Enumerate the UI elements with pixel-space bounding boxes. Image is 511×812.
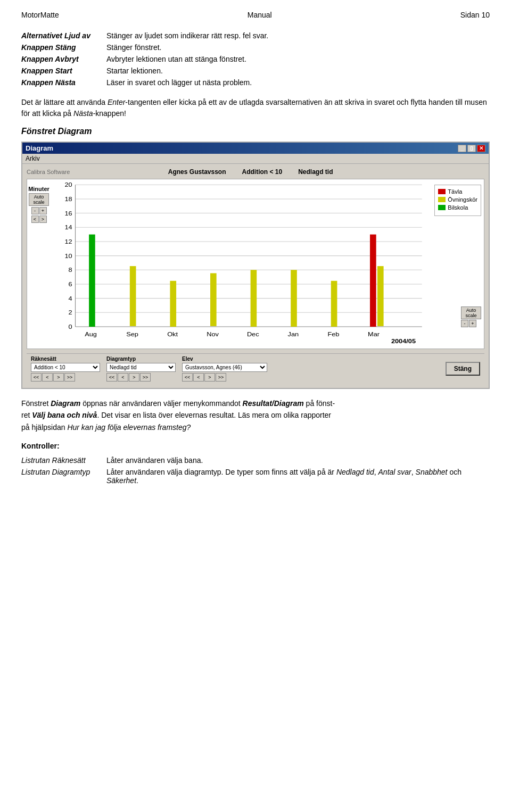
autoscale-button[interactable]: Autoscale <box>29 193 49 206</box>
y-right-button[interactable]: > <box>39 216 47 223</box>
bottom-minus-button[interactable]: - <box>461 320 468 327</box>
svg-text:12: 12 <box>64 238 72 245</box>
diagram-main: Calibra Software Agnes Gustavsson Additi… <box>22 164 489 388</box>
bottom-y-controls: Autoscale - + <box>461 306 481 327</box>
menu-arkiv[interactable]: Arkiv <box>26 155 40 162</box>
svg-rect-26 <box>210 273 217 326</box>
brand-label: Calibra Software <box>27 169 70 175</box>
window-controls[interactable]: _ ▯ ✕ <box>458 145 485 152</box>
window-titlebar: Diagram _ ▯ ✕ <box>22 143 489 154</box>
y-nav-buttons[interactable]: - + <box>31 207 47 214</box>
diagram-info-center: Agnes Gustavsson Addition < 10 Nedlagd t… <box>168 168 333 176</box>
elev-nav[interactable]: << < > >> <box>182 373 267 382</box>
intro-label: Knappen Start <box>21 65 106 77</box>
close-button[interactable]: ✕ <box>477 145 485 152</box>
rak-prev-button[interactable]: < <box>42 373 53 382</box>
y-plus-button[interactable]: + <box>39 207 47 214</box>
elev-group: Elev Gustavsson, Agnes (46) << < > >> <box>182 356 267 382</box>
svg-text:Okt: Okt <box>167 331 178 338</box>
elev-next-button[interactable]: > <box>204 373 215 382</box>
y-minus-button[interactable]: - <box>31 207 39 214</box>
svg-text:10: 10 <box>64 252 72 259</box>
svg-text:4: 4 <box>69 295 72 302</box>
intro-label: Knappen Nästa <box>21 77 106 88</box>
control-groups: Räknesätt Addition < 10 << < > >> Diagra… <box>31 356 267 382</box>
legend-label-tavla: Tävla <box>448 188 462 195</box>
y-scroll-buttons[interactable]: < > <box>31 216 47 223</box>
intro-row: Alternativet Ljud avStänger av ljudet so… <box>21 30 490 42</box>
intro-label: Alternativet Ljud av <box>21 30 106 42</box>
svg-text:Nov: Nov <box>207 331 219 338</box>
kontroller-row: Listrutan RäknesättLåter användaren välj… <box>21 454 490 466</box>
elev-label: Elev <box>182 356 267 362</box>
rak-first-button[interactable]: << <box>31 373 42 382</box>
svg-rect-30 <box>370 235 376 327</box>
legend-label-ovningkor: Övningskör <box>448 196 477 203</box>
intro-row: Knappen AvbrytAvbryter lektionen utan at… <box>21 53 490 65</box>
elev-first-button[interactable]: << <box>182 373 193 382</box>
y-left-button[interactable]: < <box>31 216 39 223</box>
legend-label-bilskola: Bilskola <box>448 204 468 211</box>
kontroller-row: Listrutan DiagramtypLåter användaren väl… <box>21 466 490 486</box>
diagramtyp-group: Diagramtyp Nedlagd tid << < > >> <box>106 356 176 382</box>
minimize-button[interactable]: _ <box>458 145 466 152</box>
svg-text:Mar: Mar <box>368 331 380 338</box>
legend: Tävla Övningskör Bilskola <box>434 185 481 216</box>
diagramtyp-label: Diagramtyp <box>106 356 176 362</box>
y-axis-label: Minuter <box>28 186 50 192</box>
rak-last-button[interactable]: >> <box>64 373 75 382</box>
elev-last-button[interactable]: >> <box>216 373 226 382</box>
raknesatt-nav[interactable]: << < > >> <box>31 373 100 382</box>
diag-last-button[interactable]: >> <box>140 373 151 382</box>
svg-text:20: 20 <box>64 181 72 188</box>
svg-text:2: 2 <box>69 309 72 316</box>
intro-row: Knappen StartStartar lektionen. <box>21 65 490 77</box>
elev-select[interactable]: Gustavsson, Agnes (46) <box>182 363 267 372</box>
kontroller-label: Listrutan Räknesätt <box>21 454 106 466</box>
intro-row: Knappen NästaLäser in svaret och lägger … <box>21 77 490 88</box>
footnote-post1: öppnas när användaren väljer menykommand… <box>80 399 242 408</box>
footnote-pre1: Fönstret <box>21 399 51 408</box>
svg-rect-29 <box>331 281 337 327</box>
diagramtyp-nav[interactable]: << < > >> <box>106 373 176 382</box>
svg-rect-27 <box>251 270 257 327</box>
page-number: Sidan 10 <box>460 11 490 19</box>
raknesatt-label: Räknesätt <box>31 356 100 362</box>
kontroller-table: Listrutan RäknesättLåter användaren välj… <box>21 454 490 486</box>
svg-text:16: 16 <box>64 210 72 217</box>
student-name: Agnes Gustavsson <box>168 168 226 176</box>
page-header: MotorMatte Manual Sidan 10 <box>21 11 490 19</box>
intro-desc: Stänger av ljudet som indikerar rätt res… <box>106 30 490 42</box>
doc-title: Manual <box>248 11 272 19</box>
svg-rect-25 <box>170 281 176 327</box>
svg-text:Aug: Aug <box>85 331 97 338</box>
diag-first-button[interactable]: << <box>106 373 117 382</box>
diag-next-button[interactable]: > <box>129 373 139 382</box>
bottom-autoscale-button[interactable]: Autoscale <box>461 306 481 319</box>
svg-text:2004/05: 2004/05 <box>391 337 416 344</box>
intro-desc: Stänger fönstret. <box>106 42 490 53</box>
footnote-italic4: Hur kan jag följa elevernas framsteg? <box>67 423 191 432</box>
legend-item-tavla: Tävla <box>438 188 477 195</box>
intro-table: Alternativet Ljud avStänger av ljudet so… <box>21 30 490 88</box>
kontroller-desc: Låter användaren välja diagramtyp. De ty… <box>106 466 490 486</box>
bottom-y-nav[interactable]: - + <box>461 320 481 327</box>
diag-prev-button[interactable]: < <box>118 373 128 382</box>
raknesatt-group: Räknesätt Addition < 10 << < > >> <box>31 356 100 382</box>
intro-label: Knappen Avbryt <box>21 53 106 65</box>
raknesatt-select[interactable]: Addition < 10 <box>31 363 100 372</box>
chart-inner: 20 18 16 14 12 <box>51 179 484 349</box>
diagramtyp-select[interactable]: Nedlagd tid <box>106 363 176 372</box>
svg-rect-24 <box>130 266 136 326</box>
svg-text:Feb: Feb <box>327 331 339 338</box>
restore-button[interactable]: ▯ <box>467 145 476 152</box>
elev-prev-button[interactable]: < <box>193 373 204 382</box>
svg-text:18: 18 <box>64 196 72 203</box>
svg-text:Dec: Dec <box>247 331 259 338</box>
rak-next-button[interactable]: > <box>53 373 64 382</box>
stang-container: Stäng <box>446 362 480 376</box>
stang-button[interactable]: Stäng <box>446 362 480 376</box>
bottom-plus-button[interactable]: + <box>469 320 476 327</box>
footnote-italic3: Välj bana och nivå <box>32 411 97 419</box>
footnote-italic1: Diagram <box>51 399 80 408</box>
